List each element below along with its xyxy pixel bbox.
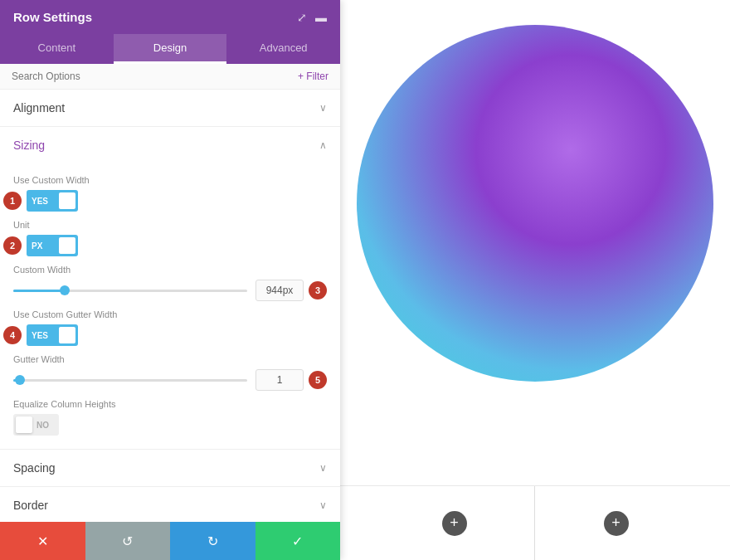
toggle-yes-label-1: YES	[27, 197, 53, 206]
section-border-header[interactable]: Border ∨	[0, 487, 340, 522]
custom-width-value-box: 3	[256, 280, 327, 301]
tab-design[interactable]: Design	[114, 34, 227, 64]
gradient-circle	[357, 25, 713, 382]
custom-width-thumb[interactable]	[60, 285, 70, 295]
toggle-knob-4	[59, 327, 75, 343]
badge-1: 1	[3, 192, 22, 210]
panel-content: Alignment ∨ Sizing ∧ Use Custom Width 1 …	[0, 90, 340, 522]
badge-5: 5	[309, 371, 327, 389]
search-input[interactable]	[12, 71, 298, 82]
custom-width-input[interactable]	[256, 280, 304, 301]
cancel-icon: ✕	[37, 533, 48, 549]
redo-button[interactable]: ↻	[170, 522, 256, 560]
undo-button[interactable]: ↺	[85, 522, 171, 560]
save-icon: ✓	[292, 533, 303, 549]
collapse-icon[interactable]: ▬	[315, 11, 327, 24]
use-custom-gutter-toggle[interactable]: YES	[27, 324, 78, 346]
section-spacing: Spacing ∨	[0, 450, 340, 487]
filter-button[interactable]: + Filter	[298, 71, 328, 82]
redo-icon: ↻	[207, 533, 218, 549]
section-sizing-header[interactable]: Sizing ∧	[0, 127, 340, 163]
toggle-knob-1	[59, 192, 75, 209]
unit-row: 2 PX	[13, 235, 327, 256]
section-spacing-header[interactable]: Spacing ∨	[0, 450, 340, 486]
sizing-label: Sizing	[13, 139, 45, 152]
tab-content[interactable]: Content	[0, 34, 114, 64]
off-knob	[16, 416, 32, 433]
equalize-label: Equalize Column Heights	[13, 399, 327, 409]
use-custom-width-toggle[interactable]: YES	[27, 190, 78, 212]
unit-toggle[interactable]: PX	[27, 235, 78, 256]
row-settings-panel: Row Settings ⤢ ▬ Content Design Advanced…	[0, 0, 340, 560]
alignment-label: Alignment	[13, 101, 65, 114]
spacing-chevron: ∨	[319, 462, 327, 474]
equalize-row: NO	[13, 414, 327, 436]
section-sizing: Sizing ∧ Use Custom Width 1 YES Unit 2	[0, 127, 340, 450]
custom-width-track	[13, 290, 247, 292]
save-button[interactable]: ✓	[256, 522, 341, 560]
canvas-col-2: +	[535, 486, 697, 560]
section-alignment: Alignment ∨	[0, 90, 340, 127]
canvas-bottom-bar: + +	[340, 485, 730, 560]
use-custom-width-row: 1 YES	[13, 190, 327, 212]
toggle-yes-label-4: YES	[27, 331, 53, 340]
add-module-btn-1[interactable]: +	[442, 511, 467, 536]
border-chevron: ∨	[319, 499, 327, 511]
sizing-chevron: ∧	[319, 139, 327, 151]
border-label: Border	[13, 499, 48, 512]
gutter-width-row: 5	[13, 369, 327, 391]
search-bar: + Filter	[0, 64, 340, 90]
panel-header: Row Settings ⤢ ▬	[0, 0, 340, 34]
panel-title: Row Settings	[13, 10, 92, 24]
cancel-button[interactable]: ✕	[0, 522, 85, 560]
alignment-chevron: ∨	[319, 102, 327, 114]
canvas-col-1: +	[373, 486, 535, 560]
off-label: NO	[35, 421, 54, 430]
tab-advanced[interactable]: Advanced	[226, 34, 340, 64]
gutter-width-label: Gutter Width	[13, 354, 327, 364]
canvas-area: + +	[340, 0, 730, 560]
badge-4: 4	[3, 326, 22, 344]
panel-footer: ✕ ↺ ↻ ✓	[0, 522, 340, 560]
maximize-icon[interactable]: ⤢	[297, 11, 307, 24]
custom-width-slider-wrap[interactable]	[13, 290, 247, 292]
custom-width-row: 3	[13, 280, 327, 301]
use-custom-width-label: Use Custom Width	[13, 175, 327, 185]
gutter-width-input[interactable]	[256, 369, 304, 391]
gutter-width-slider-wrap[interactable]	[13, 379, 247, 382]
sizing-body: Use Custom Width 1 YES Unit 2 PX	[0, 163, 340, 449]
add-module-btn-2[interactable]: +	[604, 511, 629, 536]
badge-2: 2	[3, 236, 22, 255]
header-icons: ⤢ ▬	[297, 11, 327, 24]
equalize-toggle[interactable]: NO	[13, 414, 59, 436]
section-alignment-header[interactable]: Alignment ∨	[0, 90, 340, 126]
unit-label: Unit	[13, 220, 327, 230]
gutter-width-value-box: 5	[256, 369, 327, 391]
custom-width-fill	[13, 290, 65, 292]
gutter-width-track	[13, 379, 247, 382]
custom-width-label: Custom Width	[13, 265, 327, 275]
use-custom-gutter-row: 4 YES	[13, 324, 327, 346]
gutter-width-thumb[interactable]	[15, 375, 25, 385]
section-border: Border ∨	[0, 487, 340, 522]
unit-knob	[59, 237, 75, 254]
undo-icon: ↺	[122, 533, 133, 549]
unit-px-label: PX	[27, 241, 47, 251]
use-custom-gutter-label: Use Custom Gutter Width	[13, 309, 327, 319]
spacing-label: Spacing	[13, 461, 56, 475]
tab-bar: Content Design Advanced	[0, 34, 340, 64]
badge-3: 3	[309, 281, 327, 299]
